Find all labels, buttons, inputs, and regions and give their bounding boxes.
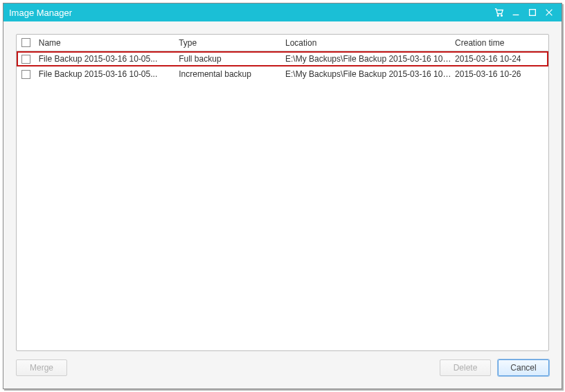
merge-button[interactable]: Merge (16, 359, 67, 376)
row-checkbox[interactable] (21, 70, 30, 79)
table-row[interactable]: File Backup 2015-03-16 10-05... Incremen… (17, 66, 548, 82)
cell-creation-time: 2015-03-16 10-24 (452, 54, 548, 64)
backup-list: Name Type Location Creation time File Ba… (16, 34, 549, 351)
header-creation-time[interactable]: Creation time (452, 38, 548, 48)
table-row[interactable]: File Backup 2015-03-16 10-05... Full bac… (17, 51, 548, 66)
cell-type: Full backup (176, 54, 282, 64)
minimize-icon[interactable] (509, 6, 523, 19)
cell-name: File Backup 2015-03-16 10-05... (36, 54, 176, 64)
delete-button[interactable]: Delete (440, 359, 491, 376)
content-area: Name Type Location Creation time File Ba… (3, 21, 562, 389)
header-location[interactable]: Location (282, 38, 452, 48)
maximize-icon[interactable] (526, 6, 539, 19)
button-bar: Merge Delete Cancel (16, 359, 549, 376)
select-all-checkbox[interactable] (21, 38, 30, 47)
cell-location: E:\My Backups\File Backup 2015-03-16 10-… (282, 54, 452, 64)
close-icon[interactable] (542, 6, 556, 19)
svg-rect-2 (530, 10, 536, 16)
svg-point-0 (497, 15, 499, 17)
cell-creation-time: 2015-03-16 10-26 (452, 69, 548, 79)
cancel-button[interactable]: Cancel (498, 359, 549, 376)
cell-name: File Backup 2015-03-16 10-05... (36, 69, 176, 79)
svg-point-1 (501, 15, 503, 17)
titlebar[interactable]: Image Manager (3, 3, 562, 21)
header-checkbox-cell (17, 38, 36, 47)
image-manager-window: Image Manager Name Type Location Creatio… (3, 3, 562, 389)
header-type[interactable]: Type (176, 38, 282, 48)
header-name[interactable]: Name (36, 38, 176, 48)
row-checkbox[interactable] (21, 55, 30, 64)
list-header: Name Type Location Creation time (17, 35, 548, 51)
window-title: Image Manager (9, 8, 490, 18)
cart-icon[interactable] (492, 6, 506, 19)
cell-location: E:\My Backups\File Backup 2015-03-16 10-… (282, 69, 452, 79)
cell-type: Incremental backup (176, 69, 282, 79)
